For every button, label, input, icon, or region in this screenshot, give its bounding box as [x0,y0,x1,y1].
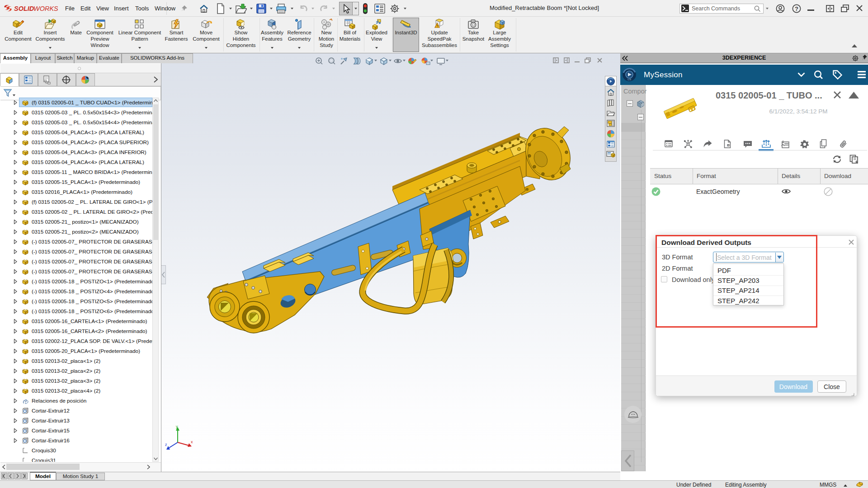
svg-text:SOLID: SOLID [14,5,34,12]
svg-text:V.R: V.R [627,78,632,81]
svg-text:!: ! [437,24,438,28]
svg-text:WORKS: WORKS [33,5,58,12]
svg-text:?: ? [795,5,798,12]
